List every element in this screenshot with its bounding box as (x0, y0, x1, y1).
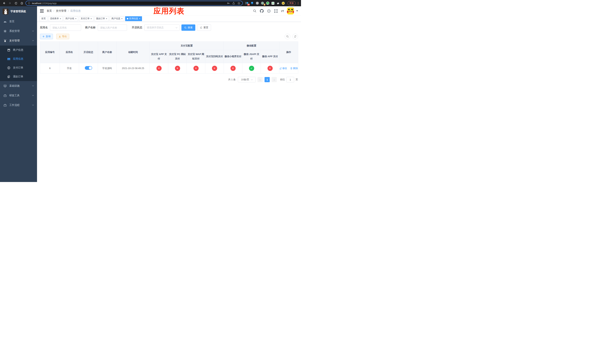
logo-rabbit-image (3, 9, 9, 14)
export-button[interactable]: 导出 (56, 34, 69, 39)
page-size-select[interactable]: 10条/页 (238, 77, 256, 82)
wechat-mini-status-icon (230, 66, 236, 71)
next-page-button[interactable]: › (272, 77, 277, 82)
help-icon[interactable]: ? (267, 9, 271, 13)
tab-refund-order[interactable]: 退款订单 (94, 16, 109, 21)
tab-app-info[interactable]: 应用信息 (125, 16, 142, 21)
yen-circle-icon (7, 66, 10, 69)
prev-page-button[interactable]: ‹ (258, 77, 263, 82)
col-header-alipay-qr: 支付宝扫码支付 (205, 50, 224, 63)
sidebar-item-infra[interactable]: 基础设施 (0, 81, 37, 91)
chevron-down-icon (32, 94, 34, 97)
close-icon[interactable] (139, 18, 140, 20)
sidebar-collapse-icon[interactable] (40, 10, 44, 13)
ext-command-icon[interactable] (256, 1, 259, 5)
sidebar-item-payment[interactable]: 支付管理 (0, 36, 37, 45)
breadcrumb-separator: / (68, 10, 69, 12)
github-icon[interactable] (260, 9, 264, 13)
sidebar-item-merchant-info[interactable]: 商户信息 (0, 45, 37, 54)
alipay-app-status-icon (156, 66, 161, 71)
col-header-wechat-jsapi: 微信 JSAPI 支付 (242, 50, 261, 63)
tab-process-form[interactable]: 流程表单 (48, 16, 63, 21)
search-button[interactable]: 搜索 (182, 24, 195, 31)
url-text[interactable]: localhost:1024/pay/app (32, 2, 225, 5)
avatar[interactable] (287, 7, 294, 14)
cell-app-name: 芋道 (60, 63, 79, 74)
forward-icon[interactable] (8, 1, 12, 5)
tab-pay-order[interactable]: 支付订单 (79, 16, 94, 21)
breadcrumb-payment[interactable]: 支付管理 (56, 9, 66, 13)
close-icon[interactable] (75, 18, 76, 20)
chrome-menu-icon[interactable] (297, 2, 299, 4)
tags-view-bar: 首页 流程表单 用户分组 支付订单 退款订单 商户信息 应用信息 (37, 16, 301, 22)
shop-icon (7, 49, 10, 52)
share-icon[interactable] (232, 2, 235, 5)
sidebar-item-app-info[interactable]: 应用信息 (0, 54, 37, 63)
sidebar-item-label: 基础设施 (9, 84, 29, 87)
ext-recorder-icon[interactable]: 1 (261, 1, 264, 5)
status-select[interactable]: 请选择开启状态 (144, 24, 180, 31)
enabled-toggle[interactable] (85, 66, 92, 70)
close-icon[interactable] (91, 18, 92, 20)
table-row: 6 芋道 芋道源码 2021-10-23 08:49:25 (40, 63, 298, 74)
breadcrumb-home[interactable]: 首页 (47, 9, 52, 13)
ext-balloon-icon[interactable] (250, 1, 254, 5)
wechat-app-status-icon (268, 66, 273, 71)
password-key-icon[interactable] (227, 2, 230, 5)
close-icon[interactable] (106, 18, 107, 20)
sidebar-item-dev-tools[interactable]: 研发工具 (0, 91, 37, 100)
close-icon[interactable] (121, 18, 123, 20)
search-icon[interactable] (253, 9, 257, 13)
tab-merchant-info[interactable]: 商户信息 (110, 16, 124, 21)
dashboard-icon (3, 20, 7, 23)
sidebar-item-workflow[interactable]: 工作流程 (0, 100, 37, 110)
refresh-table-button[interactable] (292, 34, 298, 39)
pagination: 共 1 条 10条/页 ‹ 1 › 前往 页 (40, 77, 298, 82)
close-icon[interactable] (60, 18, 61, 20)
merchant-name-label: 商户名称 (85, 26, 96, 29)
page-number-1[interactable]: 1 (265, 77, 270, 82)
reset-button[interactable]: 重置 (197, 24, 211, 31)
reload-icon[interactable] (14, 1, 18, 5)
trash-icon (290, 67, 292, 69)
tab-user-group[interactable]: 用户分组 (64, 16, 78, 21)
home-icon[interactable] (20, 1, 24, 5)
merchant-name-input[interactable] (98, 24, 127, 31)
avatar-dropdown-caret-icon[interactable] (296, 10, 298, 11)
app-title: 芋道管理系统 (10, 10, 26, 13)
toggle-search-button[interactable] (285, 34, 290, 39)
tab-home[interactable]: 首页 (40, 16, 47, 21)
page-content: 应用名 商户名称 开启状态 请选择开启状态 搜索 重置 (37, 22, 301, 182)
back-icon[interactable] (2, 1, 6, 5)
chrome-update-button[interactable]: 更新 (288, 1, 296, 5)
add-button[interactable]: 新增 (40, 34, 53, 39)
sidebar-item-pay-order[interactable]: 支付订单 (0, 63, 37, 72)
url-bar[interactable]: localhost:1024/pay/app (26, 1, 243, 6)
edit-button[interactable]: 修改 (280, 67, 287, 70)
col-header-app-name: 应用名 (60, 42, 79, 63)
sidebar-logo[interactable]: 芋道管理系统 (0, 6, 37, 17)
font-size-icon[interactable]: тT (281, 10, 284, 13)
sidebar-item-system[interactable]: 系统管理 (0, 26, 37, 36)
app-name-label: 应用名 (40, 26, 48, 29)
info-icon[interactable] (28, 2, 30, 4)
ext-emoji-icon[interactable] (281, 1, 285, 5)
sidebar-item-label: 研发工具 (9, 94, 29, 97)
ext-puzzle-icon[interactable] (276, 1, 280, 5)
fullscreen-icon[interactable] (274, 9, 278, 13)
ext-chat-icon[interactable] (271, 1, 275, 5)
extension-icons: 10 1 y (244, 1, 286, 5)
ext-y-icon[interactable]: y (266, 1, 269, 5)
col-header-created: 创建时间 (117, 42, 150, 63)
sidebar-item-home[interactable]: 首页 (0, 17, 37, 26)
search-icon (184, 26, 187, 29)
chevron-down-icon (176, 26, 178, 28)
screen: localhost:1024/pay/app 10 1 (0, 0, 301, 182)
ext-adblock-icon[interactable]: 10 (245, 1, 249, 5)
bookmark-star-icon[interactable] (237, 2, 240, 5)
app-name-input[interactable] (50, 24, 81, 31)
toolbox-icon (3, 104, 7, 107)
goto-page-input[interactable] (286, 77, 294, 82)
delete-button[interactable]: 删除 (290, 67, 298, 70)
sidebar-item-refund-order[interactable]: 退款订单 (0, 72, 37, 81)
